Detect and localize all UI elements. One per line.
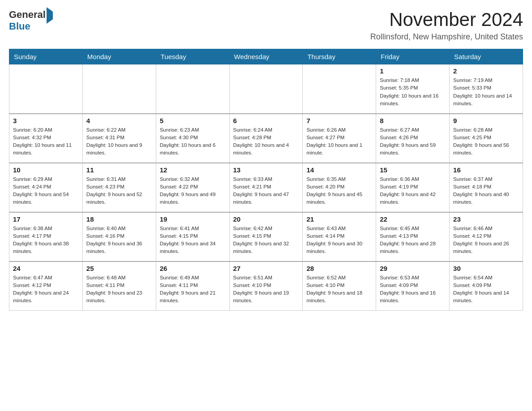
day-number: 27 [233,265,299,272]
calendar-cell: 29Sunrise: 6:53 AMSunset: 4:09 PMDayligh… [376,261,450,311]
calendar-cell [229,64,303,114]
day-info: Sunrise: 6:20 AMSunset: 4:32 PMDaylight:… [13,126,79,157]
calendar-cell: 9Sunrise: 6:28 AMSunset: 4:25 PMDaylight… [450,114,523,163]
day-info: Sunrise: 7:18 AMSunset: 5:35 PMDaylight:… [380,77,446,107]
day-number: 28 [306,265,372,272]
day-info: Sunrise: 6:53 AMSunset: 4:09 PMDaylight:… [380,274,446,305]
day-number: 14 [306,166,372,174]
day-number: 16 [453,166,519,174]
day-number: 5 [160,117,226,124]
weekday-header-wednesday: Wednesday [229,49,303,64]
day-info: Sunrise: 6:54 AMSunset: 4:09 PMDaylight:… [453,274,519,305]
day-number: 9 [453,117,519,124]
day-number: 25 [86,265,152,272]
day-number: 30 [453,265,519,272]
calendar-cell: 15Sunrise: 6:36 AMSunset: 4:19 PMDayligh… [376,163,450,212]
calendar-cell [156,64,229,114]
day-number: 6 [233,117,299,124]
day-info: Sunrise: 6:31 AMSunset: 4:23 PMDaylight:… [86,176,152,206]
day-info: Sunrise: 6:46 AMSunset: 4:12 PMDaylight:… [453,225,519,256]
day-number: 24 [13,265,79,272]
calendar-cell: 10Sunrise: 6:29 AMSunset: 4:24 PMDayligh… [9,163,83,212]
page-title: November 2024 [370,9,523,30]
day-number: 2 [453,67,519,75]
weekday-header-saturday: Saturday [450,49,523,64]
weekday-header-monday: Monday [82,49,156,64]
day-info: Sunrise: 6:33 AMSunset: 4:21 PMDaylight:… [233,176,299,206]
calendar-cell [82,64,156,114]
calendar-week-row: 10Sunrise: 6:29 AMSunset: 4:24 PMDayligh… [9,163,523,212]
day-info: Sunrise: 6:49 AMSunset: 4:11 PMDaylight:… [160,274,226,305]
calendar-cell: 1Sunrise: 7:18 AMSunset: 5:35 PMDaylight… [376,64,450,114]
day-number: 26 [160,265,226,272]
day-info: Sunrise: 6:26 AMSunset: 4:27 PMDaylight:… [306,126,372,157]
day-number: 4 [86,117,152,124]
calendar-cell: 22Sunrise: 6:45 AMSunset: 4:13 PMDayligh… [376,212,450,261]
calendar-cell: 5Sunrise: 6:23 AMSunset: 4:30 PMDaylight… [156,114,229,163]
calendar-cell: 13Sunrise: 6:33 AMSunset: 4:21 PMDayligh… [229,163,303,212]
day-number: 18 [86,215,152,223]
calendar-cell: 23Sunrise: 6:46 AMSunset: 4:12 PMDayligh… [450,212,523,261]
day-number: 21 [306,215,372,223]
day-info: Sunrise: 6:32 AMSunset: 4:22 PMDaylight:… [160,176,226,206]
day-number: 29 [380,265,446,272]
title-area: November 2024 Rollinsford, New Hampshire… [370,9,523,42]
day-number: 7 [306,117,372,124]
calendar-week-row: 17Sunrise: 6:38 AMSunset: 4:17 PMDayligh… [9,212,523,261]
calendar-cell: 18Sunrise: 6:40 AMSunset: 4:16 PMDayligh… [82,212,156,261]
header: General Blue November 2024 Rollinsford, … [9,9,523,42]
day-info: Sunrise: 6:37 AMSunset: 4:18 PMDaylight:… [453,176,519,206]
day-info: Sunrise: 6:48 AMSunset: 4:11 PMDaylight:… [86,274,152,305]
calendar-week-row: 3Sunrise: 6:20 AMSunset: 4:32 PMDaylight… [9,114,523,163]
day-info: Sunrise: 6:41 AMSunset: 4:15 PMDaylight:… [160,225,226,256]
calendar-cell: 24Sunrise: 6:47 AMSunset: 4:12 PMDayligh… [9,261,83,311]
day-number: 3 [13,117,79,124]
calendar-cell [303,64,376,114]
day-info: Sunrise: 6:51 AMSunset: 4:10 PMDaylight:… [233,274,299,305]
day-info: Sunrise: 6:27 AMSunset: 4:26 PMDaylight:… [380,126,446,157]
calendar-cell: 6Sunrise: 6:24 AMSunset: 4:28 PMDaylight… [229,114,303,163]
day-info: Sunrise: 6:43 AMSunset: 4:14 PMDaylight:… [306,225,372,256]
weekday-header-thursday: Thursday [303,49,376,64]
day-number: 12 [160,166,226,174]
day-number: 11 [86,166,152,174]
day-info: Sunrise: 6:38 AMSunset: 4:17 PMDaylight:… [13,225,79,256]
day-info: Sunrise: 6:40 AMSunset: 4:16 PMDaylight:… [86,225,152,256]
day-info: Sunrise: 6:36 AMSunset: 4:19 PMDaylight:… [380,176,446,206]
day-info: Sunrise: 7:19 AMSunset: 5:33 PMDaylight:… [453,77,519,107]
calendar-cell: 28Sunrise: 6:52 AMSunset: 4:10 PMDayligh… [303,261,376,311]
day-info: Sunrise: 6:42 AMSunset: 4:15 PMDaylight:… [233,225,299,256]
logo-general-text: General [9,9,46,20]
calendar-cell: 14Sunrise: 6:35 AMSunset: 4:20 PMDayligh… [303,163,376,212]
day-number: 19 [160,215,226,223]
day-number: 22 [380,215,446,223]
calendar-cell: 12Sunrise: 6:32 AMSunset: 4:22 PMDayligh… [156,163,229,212]
weekday-header-tuesday: Tuesday [156,49,229,64]
calendar-table: SundayMondayTuesdayWednesdayThursdayFrid… [9,49,523,311]
calendar-cell: 25Sunrise: 6:48 AMSunset: 4:11 PMDayligh… [82,261,156,311]
day-info: Sunrise: 6:23 AMSunset: 4:30 PMDaylight:… [160,126,226,157]
day-number: 13 [233,166,299,174]
day-info: Sunrise: 6:45 AMSunset: 4:13 PMDaylight:… [380,225,446,256]
calendar-cell: 17Sunrise: 6:38 AMSunset: 4:17 PMDayligh… [9,212,83,261]
calendar-week-row: 24Sunrise: 6:47 AMSunset: 4:12 PMDayligh… [9,261,523,311]
day-info: Sunrise: 6:47 AMSunset: 4:12 PMDaylight:… [13,274,79,305]
day-info: Sunrise: 6:29 AMSunset: 4:24 PMDaylight:… [13,176,79,206]
calendar-cell: 20Sunrise: 6:42 AMSunset: 4:15 PMDayligh… [229,212,303,261]
calendar-cell: 19Sunrise: 6:41 AMSunset: 4:15 PMDayligh… [156,212,229,261]
calendar-week-row: 1Sunrise: 7:18 AMSunset: 5:35 PMDaylight… [9,64,523,114]
calendar-cell: 27Sunrise: 6:51 AMSunset: 4:10 PMDayligh… [229,261,303,311]
day-number: 15 [380,166,446,174]
day-info: Sunrise: 6:28 AMSunset: 4:25 PMDaylight:… [453,126,519,157]
calendar-header-row: SundayMondayTuesdayWednesdayThursdayFrid… [9,49,523,64]
page-subtitle: Rollinsford, New Hampshire, United State… [370,32,523,42]
calendar-cell: 11Sunrise: 6:31 AMSunset: 4:23 PMDayligh… [82,163,156,212]
weekday-header-sunday: Sunday [9,49,83,64]
day-info: Sunrise: 6:52 AMSunset: 4:10 PMDaylight:… [306,274,372,305]
day-number: 23 [453,215,519,223]
day-number: 20 [233,215,299,223]
day-number: 10 [13,166,79,174]
logo: General Blue [9,9,53,32]
day-info: Sunrise: 6:22 AMSunset: 4:31 PMDaylight:… [86,126,152,157]
logo-blue-text: Blue [9,21,30,32]
